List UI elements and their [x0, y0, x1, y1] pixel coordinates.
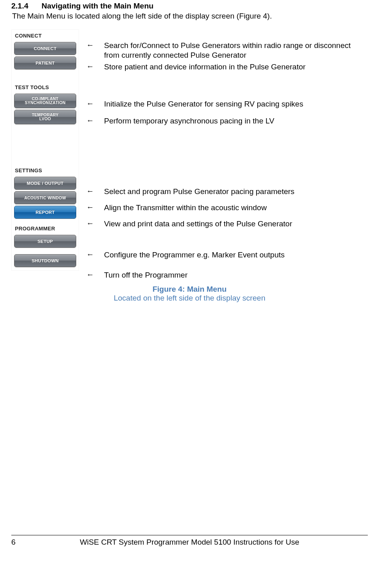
desc-setup: ← Configure the Programmer e.g. Marker E…	[86, 250, 368, 260]
arrow-icon: ←	[86, 219, 104, 228]
arrow-icon: ←	[86, 62, 104, 71]
section-number: 2.1.4	[11, 2, 42, 10]
menu-section-programmer: PROGRAMMER	[12, 223, 79, 233]
arrow-icon: ←	[86, 41, 104, 50]
desc-acoustic: ← Align the Transmitter within the acous…	[86, 203, 368, 213]
arrow-icon: ←	[86, 99, 104, 108]
desc-patient: ← Store patient and device information i…	[86, 62, 368, 72]
menu-section-settings: SETTINGS	[12, 165, 79, 175]
connect-button[interactable]: CONNECT	[14, 42, 76, 55]
mode-output-button[interactable]: MODE / OUTPUT	[14, 177, 76, 190]
desc-coimplant: ← Initialize the Pulse Generator for sen…	[86, 99, 368, 109]
figure-subtitle: Located on the left side of the display …	[11, 294, 368, 303]
arrow-icon: ←	[86, 187, 104, 196]
main-menu-panel: CONNECT CONNECT PATIENT TEST TOOLS CO-IM…	[11, 29, 79, 271]
arrow-icon: ←	[86, 203, 104, 212]
desc-temp: ← Perform temporary asynchronous pacing …	[86, 116, 368, 126]
menu-section-connect: CONNECT	[12, 30, 79, 40]
desc-report: ← View and print data and settings of th…	[86, 219, 368, 229]
footer-text: WiSE CRT System Programmer Model 5100 In…	[11, 538, 368, 547]
desc-mode: ← Select and program Pulse Generator pac…	[86, 187, 368, 196]
patient-button[interactable]: PATIENT	[14, 56, 76, 69]
acoustic-window-button[interactable]: ACOUSTIC WINDOW	[14, 191, 76, 204]
page-footer: 6 WiSE CRT System Programmer Model 5100 …	[11, 535, 368, 547]
report-button[interactable]: REPORT	[14, 206, 76, 219]
menu-section-testtools: TEST TOOLS	[12, 81, 79, 92]
section-title: Navigating with the Main Menu	[42, 2, 154, 10]
descriptions-column: ← Search for/Connect to Pulse Generators…	[79, 29, 368, 280]
desc-shutdown: ← Turn off the Programmer	[86, 270, 368, 280]
arrow-icon: ←	[86, 250, 104, 259]
coimplant-sync-button[interactable]: CO-IMPLANT SYNCHRONIZATION	[14, 94, 76, 108]
figure-caption: Figure 4: Main Menu Located on the left …	[11, 285, 368, 303]
arrow-icon: ←	[86, 116, 104, 125]
temporary-lvoo-button[interactable]: TEMPORARY LVOO	[14, 110, 76, 124]
setup-button[interactable]: SETUP	[14, 235, 76, 248]
intro-text: The Main Menu is located along the left …	[12, 12, 368, 21]
desc-connect: ← Search for/Connect to Pulse Generators…	[86, 41, 368, 61]
section-heading: 2.1.4Navigating with the Main Menu	[11, 2, 368, 10]
arrow-icon: ←	[86, 270, 104, 279]
shutdown-button[interactable]: SHUTDOWN	[14, 254, 76, 267]
figure-title: Figure 4: Main Menu	[11, 285, 368, 294]
